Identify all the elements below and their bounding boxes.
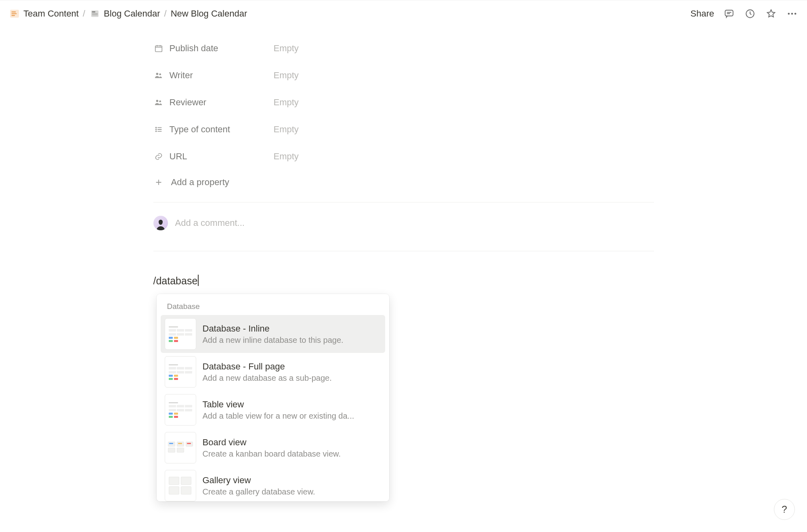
property-value[interactable]: Empty	[274, 70, 299, 81]
svg-rect-10	[155, 46, 162, 52]
people-icon	[153, 97, 164, 108]
menu-item-database-inline[interactable]: Database - Inline Add a new inline datab…	[161, 315, 385, 353]
add-property-label: Add a property	[171, 177, 229, 188]
page-content: Publish date Empty Writer Empty Reviewer…	[153, 27, 654, 287]
property-value[interactable]: Empty	[274, 124, 299, 135]
svg-point-12	[159, 73, 161, 75]
svg-rect-5	[725, 10, 733, 16]
menu-item-title: Table view	[203, 399, 354, 410]
property-value[interactable]: Empty	[274, 97, 299, 108]
favorite-icon[interactable]	[765, 8, 777, 20]
property-label[interactable]: Reviewer	[153, 97, 274, 108]
calendar-icon	[153, 43, 164, 54]
svg-point-8	[791, 13, 793, 15]
menu-item-desc: Create a kanban board database view.	[203, 449, 341, 459]
breadcrumb-item-blog-calendar[interactable]: Blog Calendar	[89, 8, 160, 19]
comment-row[interactable]: Add a comment...	[153, 202, 654, 244]
svg-point-13	[156, 100, 158, 102]
menu-thumb-icon	[165, 432, 196, 463]
property-name: Publish date	[170, 43, 218, 54]
list-icon	[153, 124, 164, 135]
topbar: Team Content / Blog Calendar / New Blog …	[0, 0, 807, 27]
command-text: /database	[153, 275, 198, 286]
menu-item-desc: Add a new inline database to this page.	[203, 336, 344, 345]
menu-item-desc: Create a gallery database view.	[203, 487, 315, 497]
menu-item-board-view[interactable]: Board view Create a kanban board databas…	[161, 429, 385, 467]
svg-point-11	[156, 73, 158, 75]
breadcrumb-separator-icon: /	[83, 8, 85, 19]
property-publish-date: Publish date Empty	[153, 35, 654, 62]
breadcrumb-label: Blog Calendar	[104, 8, 160, 19]
property-value[interactable]: Empty	[274, 43, 299, 54]
property-name: Writer	[170, 70, 193, 81]
breadcrumb-label: New Blog Calendar	[171, 8, 247, 19]
topbar-actions: Share	[690, 8, 798, 20]
menu-thumb-icon	[165, 470, 196, 501]
properties-list: Publish date Empty Writer Empty Reviewer…	[153, 35, 654, 195]
property-url: URL Empty	[153, 143, 654, 170]
plus-icon	[153, 177, 164, 188]
menu-item-desc: Add a new database as a sub-page.	[203, 373, 332, 383]
svg-point-17	[155, 131, 156, 131]
more-icon[interactable]	[786, 8, 798, 20]
property-name: Type of content	[170, 124, 230, 135]
property-type-of-content: Type of content Empty	[153, 116, 654, 143]
menu-heading: Database	[157, 297, 389, 315]
property-name: Reviewer	[170, 97, 207, 108]
menu-item-table-view[interactable]: Table view Add a table view for a new or…	[161, 391, 385, 429]
slash-menu: Database Database - Inline Add a new inl…	[157, 294, 389, 501]
menu-item-title: Database - Full page	[203, 361, 332, 372]
svg-rect-4	[92, 15, 98, 15]
property-writer: Writer Empty	[153, 62, 654, 89]
menu-item-title: Gallery view	[203, 475, 315, 486]
property-value[interactable]: Empty	[274, 151, 299, 162]
breadcrumb-item-current[interactable]: New Blog Calendar	[171, 8, 247, 19]
help-button[interactable]: ?	[774, 499, 795, 520]
page-icon	[9, 8, 20, 19]
link-icon	[153, 151, 164, 162]
property-reviewer: Reviewer Empty	[153, 89, 654, 116]
breadcrumb: Team Content / Blog Calendar / New Blog …	[9, 8, 247, 19]
svg-point-7	[788, 13, 790, 15]
svg-point-9	[794, 13, 797, 15]
menu-item-title: Board view	[203, 437, 341, 448]
svg-rect-3	[92, 13, 98, 14]
svg-point-15	[155, 127, 156, 128]
property-label[interactable]: URL	[153, 151, 274, 162]
people-icon	[153, 70, 164, 81]
breadcrumb-item-team-content[interactable]: Team Content	[9, 8, 79, 19]
menu-thumb-icon	[165, 394, 196, 426]
property-label[interactable]: Writer	[153, 70, 274, 81]
property-name: URL	[170, 151, 187, 162]
comment-placeholder: Add a comment...	[175, 218, 245, 228]
svg-point-16	[155, 129, 156, 130]
property-label[interactable]: Publish date	[153, 43, 274, 54]
property-label[interactable]: Type of content	[153, 124, 274, 135]
menu-item-database-full-page[interactable]: Database - Full page Add a new database …	[161, 353, 385, 391]
menu-item-gallery-view[interactable]: Gallery view Create a gallery database v…	[161, 467, 385, 501]
avatar	[153, 216, 168, 230]
breadcrumb-separator-icon: /	[164, 8, 167, 19]
divider	[153, 251, 654, 251]
help-label: ?	[782, 504, 787, 515]
share-button[interactable]: Share	[690, 8, 714, 19]
breadcrumb-label: Team Content	[23, 8, 79, 19]
command-input[interactable]: /database Database Database - Inline Add…	[153, 275, 654, 287]
svg-point-14	[159, 100, 161, 102]
menu-item-desc: Add a table view for a new or existing d…	[203, 411, 354, 421]
comments-icon[interactable]	[723, 8, 735, 20]
menu-thumb-icon	[165, 356, 196, 388]
svg-rect-2	[92, 11, 95, 13]
menu-thumb-icon	[165, 318, 196, 350]
newspaper-icon	[89, 8, 101, 19]
updates-icon[interactable]	[744, 8, 756, 20]
text-cursor	[198, 275, 199, 286]
menu-item-title: Database - Inline	[203, 323, 344, 334]
add-property-button[interactable]: Add a property	[153, 170, 654, 195]
